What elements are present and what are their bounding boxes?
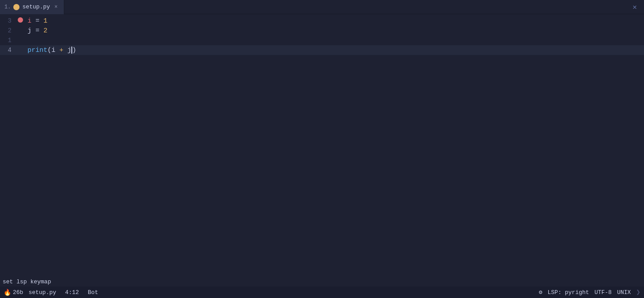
line-number-4: 4 [0,45,17,55]
status-right-group: ⚙ LSP: pyright UTF-8 UNIX ❯ [539,288,640,297]
eol-label: UNIX [617,289,631,296]
line-number-3: 3 [0,16,17,26]
code-content-line4: print(i + j) [26,46,76,55]
window-close-button[interactable]: ✕ [629,1,640,13]
breakpoint-indicator[interactable] [18,17,23,23]
code-content-line2: j = 2 [26,26,47,36]
flame-icon: 🔥 [4,289,11,296]
tab-close-button[interactable]: × [53,3,59,11]
encoding-label: UTF-8 [594,289,612,296]
tab-bar: 1. setup.py × ✕ [0,0,644,14]
code-line-2: 2 j = 2 [0,26,644,35]
status-bar: 🔥 26b setup.py 4:12 Bot ⚙ LSP: pyright U… [0,286,644,298]
tab-setup-py[interactable]: 1. setup.py × [0,0,64,14]
cursor-position: 4:12 [65,289,79,296]
cmdline-bar: set lsp keymap [0,277,644,286]
file-size: 26b [13,289,23,296]
lsp-gear-icon: ⚙ [539,289,543,296]
code-line-1: 3 i = 1 [0,16,644,26]
cmdline-text: set lsp keymap [3,278,51,285]
line-number-2: 2 [0,26,17,35]
editor-area[interactable]: 3 i = 1 2 j = 2 1 4 print(i + j) [0,14,644,269]
status-filename: setup.py [28,289,56,296]
code-lines: 3 i = 1 2 j = 2 1 4 print(i + j) [0,14,644,55]
code-line-4: 4 print(i + j) [0,45,644,55]
editor-mode: Bot [88,289,98,296]
tab-number: 1. [4,4,11,10]
lsp-label: LSP: pyright [548,289,589,296]
code-line-3: 1 [0,35,644,45]
line-number-1: 1 [0,35,17,45]
window-close-area: ✕ [629,1,644,13]
arrow-icon: ❯ [636,288,640,297]
tab-filename: setup.py [22,4,50,10]
python-icon [13,4,20,10]
code-content-line1: i = 1 [26,16,47,26]
